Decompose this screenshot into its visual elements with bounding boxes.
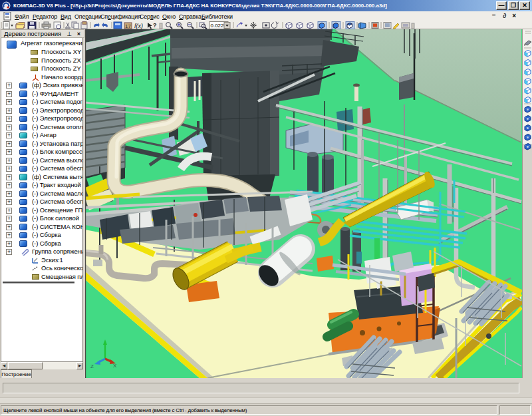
svg-text:X: X (113, 363, 117, 369)
svg-text:17: 17 (125, 23, 131, 29)
svg-text:f(x): f(x) (134, 23, 143, 29)
svg-text:?: ? (153, 22, 157, 29)
svg-text:Z: Z (90, 363, 94, 369)
